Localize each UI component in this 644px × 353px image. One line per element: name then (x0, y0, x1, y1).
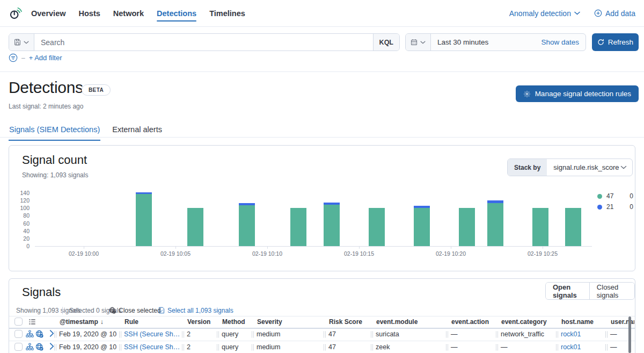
drag-handle[interactable] (217, 332, 219, 337)
cell-risk_score: 47 (324, 341, 368, 353)
kql-toggle[interactable]: KQL (373, 34, 399, 51)
search-input[interactable] (34, 38, 373, 47)
refresh-button[interactable]: Refresh (592, 33, 639, 51)
drag-handle[interactable] (496, 344, 498, 350)
chart-bar-segment (290, 208, 306, 246)
manage-rules-button[interactable]: Manage signal detection rules (516, 85, 639, 102)
drag-handle[interactable] (556, 344, 558, 350)
show-dates-button[interactable]: Show dates (541, 38, 586, 46)
signal-count-showing: Showing: 1,093 signals (22, 171, 88, 179)
stack-by-control: Stack by signal.rule.risk_score (507, 159, 633, 176)
select-all-checkbox[interactable] (14, 318, 23, 326)
page-title: Detections (9, 78, 83, 97)
cell-value-event_category: network_traffic (501, 330, 544, 338)
drag-handle[interactable] (119, 332, 121, 337)
signals-table-header: @timestamp↓RuleVersionMethodSeverityRisk… (9, 316, 635, 329)
cell-value-host_name[interactable]: rock01 (561, 330, 581, 338)
chart-bar-segment (487, 200, 503, 203)
drag-handle[interactable] (252, 344, 254, 350)
column-header-method[interactable]: Method (222, 318, 254, 326)
cell-value-severity: medium (257, 330, 280, 338)
close-selected-button[interactable]: Close selected (109, 307, 161, 314)
drag-handle[interactable] (556, 332, 558, 337)
column-header-host_name[interactable]: host.name (561, 318, 608, 326)
column-header-event_category[interactable]: event.category (501, 318, 558, 326)
legend-value: 0 (624, 192, 633, 200)
column-header-event_module[interactable]: event.module (376, 318, 447, 326)
signals-panel: Signals Open signals Closed signals Show… (9, 278, 635, 353)
legend-item[interactable]: 210 (597, 201, 633, 212)
drag-handle[interactable] (119, 344, 121, 350)
investigate-in-timeline-icon[interactable] (35, 343, 43, 351)
fields-browser-icon[interactable] (28, 318, 36, 326)
time-range-value[interactable]: Last 30 minutes (431, 38, 488, 46)
row-checkbox[interactable] (14, 343, 23, 351)
vertical-scrollbar[interactable] (628, 316, 631, 353)
column-header-event_action[interactable]: event.action (451, 318, 497, 326)
expand-row-icon[interactable] (49, 343, 54, 350)
nav-items: OverviewHostsNetworkDetectionsTimelines (31, 0, 258, 26)
cell-value-host_name[interactable]: rock01 (561, 343, 581, 351)
analyze-event-icon[interactable] (26, 343, 34, 351)
drag-handle[interactable] (217, 344, 219, 350)
nav-item-timelines[interactable]: Timelines (209, 0, 245, 26)
tab-signals-siem-detections-[interactable]: Signals (SIEM Detections) (9, 122, 100, 141)
add-data-link[interactable]: Add data (594, 9, 635, 18)
drag-handle[interactable] (605, 332, 608, 337)
document-check-icon (158, 307, 165, 314)
closed-signals-filter[interactable]: Closed signals (590, 283, 634, 299)
analyze-event-icon[interactable] (26, 330, 34, 338)
refresh-label: Refresh (608, 38, 633, 46)
nav-item-overview[interactable]: Overview (31, 0, 66, 26)
drag-handle[interactable] (371, 344, 373, 350)
column-header-risk_score[interactable]: Risk Score (329, 318, 373, 326)
add-filter-button[interactable]: + Add filter (29, 54, 62, 62)
stack-by-select[interactable]: signal.rule.risk_score (547, 163, 619, 171)
y-axis-label: 80 (13, 212, 30, 219)
open-signals-filter[interactable]: Open signals (546, 283, 589, 299)
tab-external-alerts[interactable]: External alerts (112, 122, 163, 141)
nav-item-detections[interactable]: Detections (157, 0, 196, 26)
cell-value-rule[interactable]: SSH (Secure Shell) from th... (124, 343, 180, 351)
signal-count-panel: Signal count Showing: 1,093 signals Stac… (9, 145, 635, 271)
table-row: Feb 19, 2020 @ 10:26:39.800SSH (Secure S… (9, 328, 635, 341)
row-checkbox[interactable] (14, 330, 23, 338)
chart-bar-segment (187, 208, 203, 246)
drag-handle[interactable] (324, 332, 326, 337)
expand-row-icon[interactable] (49, 330, 54, 337)
cell-timestamp: Feb 19, 2020 @ 10:26:39.800 (54, 341, 116, 353)
drag-handle[interactable] (54, 332, 56, 337)
nav-item-network[interactable]: Network (113, 0, 144, 26)
drag-handle[interactable] (496, 332, 498, 337)
cell-value-event_module: suricata (376, 330, 399, 338)
top-navigation: OverviewHostsNetworkDetectionsTimelines … (0, 0, 644, 27)
drag-handle[interactable] (371, 332, 373, 337)
quick-ranges-menu[interactable] (406, 34, 431, 51)
legend-item[interactable]: 470 (597, 191, 633, 201)
column-header-version[interactable]: Version (187, 318, 219, 326)
drag-handle[interactable] (605, 344, 608, 350)
drag-handle[interactable] (182, 332, 184, 337)
cell-value-risk_score: 47 (328, 330, 336, 338)
chevron-down-icon (620, 165, 627, 169)
anomaly-detection-menu[interactable]: Anomaly detection (509, 9, 580, 18)
column-header-rule[interactable]: Rule (125, 318, 186, 326)
column-header-timestamp[interactable]: @timestamp↓ (60, 318, 122, 326)
nav-item-hosts[interactable]: Hosts (79, 0, 100, 26)
chevron-down-icon (420, 41, 426, 44)
drag-handle[interactable] (446, 344, 448, 350)
drag-handle[interactable] (324, 344, 326, 350)
column-header-severity[interactable]: Severity (257, 318, 306, 326)
save-icon (14, 39, 21, 46)
drag-handle[interactable] (182, 344, 184, 350)
drag-handle[interactable] (252, 332, 254, 337)
select-all-button[interactable]: Select all 1,093 signals (158, 307, 233, 314)
siem-logo-icon[interactable] (9, 6, 23, 20)
cell-risk_score: 47 (324, 328, 368, 341)
drag-handle[interactable] (54, 344, 56, 350)
filter-icon[interactable] (9, 53, 18, 62)
drag-handle[interactable] (446, 332, 448, 337)
cell-value-rule[interactable]: SSH (Secure Shell) from th... (124, 330, 180, 338)
saved-query-menu[interactable] (9, 34, 34, 51)
investigate-in-timeline-icon[interactable] (35, 330, 43, 338)
